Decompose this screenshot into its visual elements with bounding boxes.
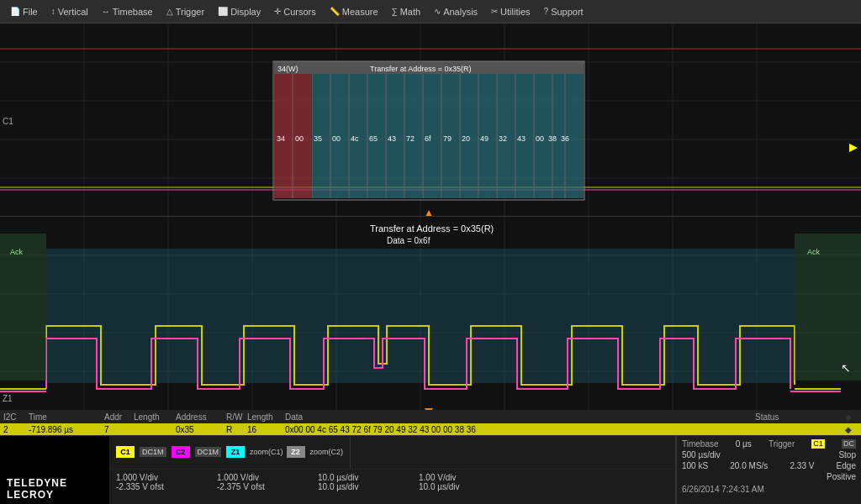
timebase-icon: ↔ [102,7,110,16]
trigger-slope: Positive [827,472,856,481]
svg-text:Transfer at Address = 0x35(R): Transfer at Address = 0x35(R) [370,65,471,73]
cell-address: 0x35 [172,425,223,434]
menu-support[interactable]: ? Support [537,3,590,20]
menu-trigger[interactable]: △ Trigger [160,3,211,20]
cell-diamond: ◆ [836,425,861,434]
table-header: I2C Time Addr Length Address R/W Length … [0,410,861,423]
z1-offset: 10.0 µs/div [318,482,405,491]
brand-line2: LECROY [7,489,67,501]
ch1-settings: 1.000 V/div -2.335 V ofst [109,470,210,504]
utilities-icon: ✂ [491,7,498,16]
svg-text:↖: ↖ [841,361,851,375]
svg-text:6f: 6f [425,134,431,143]
svg-text:72: 72 [406,134,415,143]
table-row[interactable]: 2 -719.896 µs 7 0x35 R 16 0x00 00 4c 65 … [0,423,861,435]
top-waveform-panel: 34(W) Transfer at Address = 0x35(R) 34 0… [0,24,861,217]
svg-marker-79 [425,408,433,410]
svg-text:79: 79 [443,134,452,143]
ch1-badge: C1 [116,446,135,458]
ch1-section: C1 DC1M C2 DC1M Z1 zoom(C1) Z2 zoom(C2) [109,436,351,469]
col-data: Data [282,412,752,422]
trigger-level: 2.33 V [790,461,815,470]
svg-text:36: 36 [561,134,569,143]
z1-zoom: zoom(C1) [250,448,283,456]
col-length: Length [130,412,172,422]
z1-settings: 10.0 µs/div 10.0 µs/div [311,470,412,504]
svg-text:C1: C1 [3,117,13,126]
col-diamond: ◆ [836,412,861,422]
col-address: Address [172,412,223,422]
svg-text:Ack: Ack [10,248,24,256]
svg-rect-75 [0,234,46,381]
menu-timebase[interactable]: ↔ Timebase [95,3,160,20]
sample-rate: 100 kS [682,461,708,470]
support-icon: ? [544,7,549,16]
branding: TELEDYNE LECROY [0,436,109,504]
svg-text:43: 43 [388,134,396,143]
analysis-icon: ∿ [434,7,441,16]
cursors-icon: ✛ [274,7,281,16]
menu-display[interactable]: ⬜ Display [211,3,267,20]
col-length2: Length [244,412,282,422]
ch2-offset: -2.375 V ofst [217,482,304,491]
bottom-waveform-panel: Transfer at Address = 0x35(R) Data = 0x6… [0,217,861,410]
menu-utilities[interactable]: ✂ Utilities [484,3,536,20]
brand-line1: TELEDYNE [7,477,67,489]
ch2-coupling: DC1M [195,447,222,457]
svg-rect-77 [795,234,861,381]
timebase-value: 0 µs [736,439,752,449]
col-rw: R/W [223,412,244,422]
math-icon: ∑ [392,7,398,16]
status-bar: TELEDYNE LECROY C1 DC1M C2 DC1M Z1 zoom(… [0,435,861,504]
menu-cursors[interactable]: ✛ Cursors [267,3,323,20]
col-time: Time [25,412,101,422]
ch2-badge: C2 [172,446,190,458]
menu-analysis[interactable]: ∿ Analysis [427,3,484,20]
svg-text:00: 00 [332,134,341,143]
trigger-label: Trigger [769,439,795,449]
cell-data: 0x00 00 4c 65 43 72 6f 79 20 49 32 43 00… [282,425,752,434]
ch2-volts: 1.000 V/div [217,473,304,482]
timebase-label: Timebase [682,439,719,449]
svg-text:34(W): 34(W) [277,65,298,73]
svg-text:32: 32 [499,134,507,143]
z2-zoom: zoom(C2) [310,448,344,456]
trigger-mode: Stop [838,450,856,459]
menu-file[interactable]: 📄 File [3,3,45,20]
menu-measure[interactable]: 📏 Measure [323,3,385,20]
cell-addr: 7 [101,425,130,434]
ch1-offset: -2.335 V ofst [116,482,203,491]
svg-text:00: 00 [295,134,304,143]
svg-text:Data = 0x6f: Data = 0x6f [387,236,430,245]
bottom-grid: Transfer at Address = 0x35(R) Data = 0x6… [0,217,861,410]
menu-math[interactable]: ∑ Math [385,3,428,20]
z2-offset: 10.0 µs/div [419,482,506,491]
trigger-icon: △ [166,7,173,16]
ch1-volts: 1.000 V/div [116,473,203,482]
svg-text:34: 34 [277,134,285,143]
col-addr: Addr [101,412,130,422]
svg-text:00: 00 [536,134,544,143]
data-table: I2C Time Addr Length Address R/W Length … [0,410,861,435]
svg-text:Ack: Ack [807,248,821,256]
trigger-type: Edge [837,461,856,470]
col-status: Status [752,412,836,422]
z2-timediv: 1.00 V/div [419,473,506,482]
z2-settings: 1.00 V/div 10.0 µs/div [412,470,513,504]
cell-rw: R [223,425,244,434]
vertical-icon: ↕ [51,7,55,16]
z1-timediv: 10.0 µs/div [318,473,405,482]
menu-vertical[interactable]: ↕ Vertical [45,3,95,20]
measure-icon: 📏 [330,7,340,16]
z2-badge: Z2 [287,446,305,458]
file-icon: 📄 [10,7,20,16]
datetime: 6/26/2014 7:24:31 AM [682,485,764,494]
svg-text:20: 20 [462,134,470,143]
main-content: 34(W) Transfer at Address = 0x35(R) 34 0… [0,24,861,504]
time-div-val: 500 µs/div [682,450,721,459]
svg-text:4c: 4c [351,134,359,143]
svg-rect-73 [46,249,795,383]
svg-text:Z1: Z1 [3,394,13,403]
svg-text:43: 43 [517,134,526,143]
ch1-coupling: DC1M [140,447,166,457]
